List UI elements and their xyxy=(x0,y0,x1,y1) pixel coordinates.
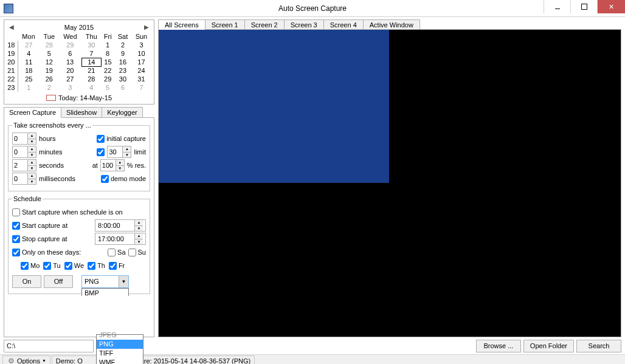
format-dropdown-list[interactable]: JPEG PNG TIFF WMF xyxy=(96,334,143,365)
calendar-next-icon[interactable]: ▶ xyxy=(144,24,149,30)
calendar-day[interactable]: 29 xyxy=(101,75,114,83)
calendar-day[interactable]: 28 xyxy=(40,41,58,49)
screen-tab-all-screens[interactable]: All Screens xyxy=(158,19,205,30)
calendar-week-number: 21 xyxy=(7,66,18,75)
calendar-grid[interactable]: MonTueWedThuFriSatSun 182728293012319456… xyxy=(7,32,151,92)
calendar-day[interactable]: 19 xyxy=(40,66,58,75)
calendar[interactable]: ◀ May 2015 ▶ MonTueWedThuFriSatSun 18272… xyxy=(4,19,154,105)
stop-capture-at-checkbox[interactable]: Stop capture at xyxy=(12,235,67,243)
format-option-tiff[interactable]: TIFF xyxy=(97,349,143,358)
stop-time-field[interactable]: ▲▼ xyxy=(95,233,146,245)
initial-capture-checkbox[interactable]: initial capture xyxy=(97,135,146,143)
tab-slideshow[interactable]: Slideshow xyxy=(61,107,102,118)
calendar-day[interactable]: 2 xyxy=(114,41,131,49)
calendar-day[interactable]: 6 xyxy=(58,49,81,58)
calendar-day[interactable]: 13 xyxy=(58,58,81,66)
calendar-day[interactable]: 14 xyxy=(81,58,101,66)
tab-screen-capture[interactable]: Screen Capture xyxy=(4,107,61,118)
calendar-day[interactable]: 30 xyxy=(114,75,131,83)
screen-tab-screen-4[interactable]: Screen 4 xyxy=(323,19,364,30)
calendar-day[interactable]: 17 xyxy=(131,58,151,66)
seconds-stepper[interactable]: ▲▼ xyxy=(12,159,36,171)
chevron-down-icon[interactable]: ▼ xyxy=(119,276,128,287)
only-days-checkbox[interactable]: Only on these days: xyxy=(12,249,81,256)
calendar-day[interactable]: 8 xyxy=(101,49,114,58)
calendar-day[interactable]: 3 xyxy=(58,83,81,92)
format-option-wmf[interactable]: WMF xyxy=(97,358,143,365)
calendar-day[interactable]: 22 xyxy=(101,66,114,75)
search-button[interactable]: Search xyxy=(576,340,621,352)
day-we-checkbox[interactable]: We xyxy=(64,262,84,270)
limit-checkbox[interactable] xyxy=(97,148,105,156)
calendar-day[interactable]: 29 xyxy=(58,41,81,49)
calendar-day[interactable]: 31 xyxy=(131,75,151,83)
tab-keylogger[interactable]: Keylogger xyxy=(102,107,143,118)
calendar-day[interactable]: 10 xyxy=(131,49,151,58)
day-tu-checkbox[interactable]: Tu xyxy=(43,262,60,270)
calendar-day[interactable]: 6 xyxy=(114,83,131,92)
open-folder-button[interactable]: Open Folder xyxy=(523,340,574,352)
resolution-stepper[interactable]: ▲▼ xyxy=(100,159,125,171)
day-su-checkbox[interactable]: Su xyxy=(128,249,146,256)
format-option-jpeg[interactable]: JPEG xyxy=(97,331,143,340)
demo-mode-checkbox[interactable]: demo mode xyxy=(101,175,146,183)
day-mo-checkbox[interactable]: Mo xyxy=(21,262,40,270)
day-fr-checkbox[interactable]: Fr xyxy=(109,262,125,270)
minimize-button[interactable] xyxy=(544,0,570,13)
calendar-day[interactable]: 21 xyxy=(81,66,101,75)
calendar-day[interactable]: 23 xyxy=(114,66,131,75)
calendar-day[interactable]: 12 xyxy=(40,58,58,66)
calendar-day[interactable]: 1 xyxy=(18,83,40,92)
start-time-field[interactable]: ▲▼ xyxy=(95,219,146,232)
calendar-day[interactable]: 3 xyxy=(131,41,151,49)
calendar-today-indicator-icon xyxy=(46,95,56,101)
calendar-day[interactable]: 15 xyxy=(101,58,114,66)
screen-tab-screen-1[interactable]: Screen 1 xyxy=(205,19,245,30)
screen-tab-active-window[interactable]: Active Window xyxy=(363,19,420,30)
format-option-bmp-cut[interactable]: BMP xyxy=(82,289,128,296)
calendar-day[interactable]: 4 xyxy=(18,49,40,58)
maximize-button[interactable] xyxy=(570,0,597,13)
calendar-day[interactable]: 28 xyxy=(81,75,101,83)
milliseconds-stepper[interactable]: ▲▼ xyxy=(12,173,36,185)
calendar-day[interactable]: 2 xyxy=(40,83,58,92)
browse-button[interactable]: Browse ... xyxy=(476,340,521,352)
calendar-day[interactable]: 1 xyxy=(101,41,114,49)
calendar-day[interactable]: 27 xyxy=(58,75,81,83)
calendar-day[interactable]: 16 xyxy=(114,58,131,66)
calendar-day[interactable]: 9 xyxy=(114,49,131,58)
calendar-day[interactable]: 26 xyxy=(40,75,58,83)
calendar-today-label[interactable]: Today: 14-May-15 xyxy=(58,94,112,101)
calendar-day[interactable]: 5 xyxy=(40,49,58,58)
calendar-day[interactable]: 30 xyxy=(81,41,101,49)
hours-stepper[interactable]: ▲▼ xyxy=(12,132,36,145)
screen-tab-screen-2[interactable]: Screen 2 xyxy=(244,19,285,30)
calendar-day[interactable]: 27 xyxy=(18,41,40,49)
day-sa-checkbox[interactable]: Sa xyxy=(108,249,125,256)
calendar-day[interactable]: 24 xyxy=(131,66,151,75)
preview-screen-3 xyxy=(159,184,389,337)
close-button[interactable] xyxy=(597,0,625,13)
options-menu[interactable]: ⚙ Options ▼ xyxy=(2,355,50,365)
calendar-day[interactable]: 5 xyxy=(101,83,114,92)
calendar-day[interactable]: 18 xyxy=(18,66,40,75)
calendar-day[interactable]: 7 xyxy=(81,49,101,58)
calendar-week-number: 22 xyxy=(7,75,18,83)
limit-stepper[interactable]: ▲▼ xyxy=(107,146,131,158)
start-when-schedule-checkbox[interactable]: Start capture when schedule is on xyxy=(12,208,123,216)
calendar-day[interactable]: 20 xyxy=(58,66,81,75)
off-button[interactable]: Off xyxy=(44,275,73,288)
format-dropdown[interactable]: PNG ▼ xyxy=(81,275,129,288)
minutes-stepper[interactable]: ▲▼ xyxy=(12,146,36,158)
format-option-png[interactable]: PNG xyxy=(97,340,143,349)
day-th-checkbox[interactable]: Th xyxy=(88,262,105,270)
calendar-day[interactable]: 4 xyxy=(81,83,101,92)
path-input[interactable] xyxy=(4,340,94,352)
calendar-day[interactable]: 25 xyxy=(18,75,40,83)
screen-tab-screen-3[interactable]: Screen 3 xyxy=(284,19,324,30)
calendar-day[interactable]: 7 xyxy=(131,83,151,92)
calendar-day[interactable]: 11 xyxy=(18,58,40,66)
on-button[interactable]: On xyxy=(12,275,41,288)
calendar-prev-icon[interactable]: ◀ xyxy=(9,24,14,30)
start-capture-at-checkbox[interactable]: Start capture at xyxy=(12,222,67,230)
